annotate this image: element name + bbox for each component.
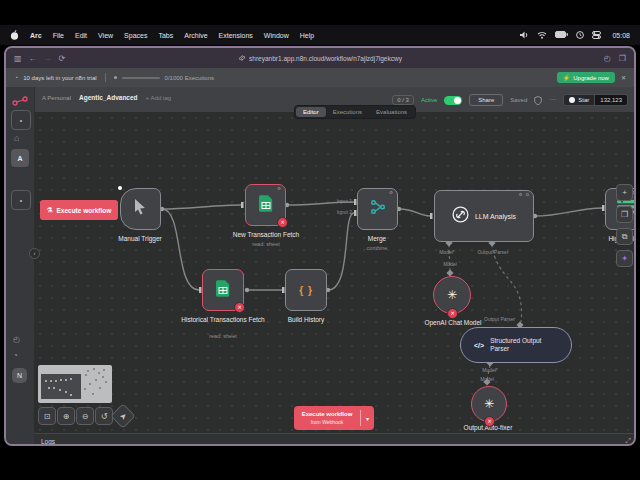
volume-icon[interactable] [520, 31, 529, 40]
apple-menu-icon[interactable] [10, 29, 19, 41]
edge-trigger-to-newfetch[interactable] [162, 205, 241, 209]
edge-trigger-to-historical[interactable] [162, 209, 199, 290]
ai-assistant-button[interactable]: ✦ [616, 250, 633, 267]
node-label: New Transaction Fetch [210, 231, 322, 239]
star-count: 132,123 [594, 95, 627, 105]
breadcrumb-project[interactable]: A Personal [42, 95, 71, 101]
outputparser-label: Output Parser [484, 316, 540, 322]
node-structured-output-parser[interactable]: </> Structured Output Parser [460, 327, 572, 363]
github-star-widget[interactable]: Star 132,123 [563, 94, 628, 106]
canvas-minimap[interactable] [38, 365, 112, 403]
node-action-icons[interactable]: ⚙ ⧉ [519, 192, 531, 197]
zoom-in-button[interactable]: ⊕ [57, 407, 75, 425]
menu-help[interactable]: Help [300, 32, 314, 39]
workflow-canvas[interactable]: ⚗ Execute workflow Manual Trigger ⚙ ✕ Ne… [34, 112, 636, 433]
error-badge[interactable]: ✕ [277, 217, 288, 228]
node-label: Structured Output Parser [490, 337, 552, 354]
menu-window[interactable]: Window [264, 32, 289, 39]
menu-archive[interactable]: Archive [184, 32, 207, 39]
home-icon[interactable]: ⌂ [14, 133, 19, 143]
add-tag-button[interactable]: + Add tag [146, 95, 172, 101]
address-bar[interactable]: shreyanbr1.app.n8n.cloud/workflow/n7ajlz… [238, 54, 402, 62]
output-dot[interactable] [245, 288, 249, 292]
node-merge[interactable]: ⚙ [357, 188, 398, 230]
sidebar-toggle-icon[interactable]: ▥ [14, 54, 22, 63]
menu-edit[interactable]: Edit [75, 32, 87, 39]
wifi-icon[interactable] [537, 31, 547, 40]
trial-clock-icon: ◔ [14, 74, 18, 81]
upgrade-now-button[interactable]: ⚡Upgrade now [557, 72, 615, 83]
trial-banner: ◔ 10 days left in your n8n trial 0/1000 … [6, 68, 634, 87]
share-button[interactable]: Share [469, 94, 503, 106]
add-project-button[interactable]: • [11, 190, 31, 210]
nav-project-personal[interactable]: A [11, 149, 29, 167]
node-settings-icon[interactable]: ⚙ [389, 190, 394, 195]
node-label: LLM Analysis [475, 213, 516, 220]
add-subworkflow-button[interactable]: ⧉ [616, 228, 633, 245]
fit-view-button[interactable]: ⊡ [38, 407, 56, 425]
node-build-history[interactable]: { } [285, 269, 327, 311]
tab-editor[interactable]: Editor [296, 107, 326, 117]
control-center-icon[interactable] [592, 31, 601, 40]
node-llm-analysis[interactable]: ⚙ ⧉ LLM Analysis [434, 190, 534, 242]
reset-zoom-button[interactable]: ↺ [95, 407, 113, 425]
dismiss-banner-icon[interactable]: ✕ [621, 74, 626, 81]
edge-buildhistory-to-merge[interactable] [328, 213, 354, 290]
node-subtitle: combine [327, 245, 427, 251]
error-badge[interactable]: ✕ [234, 302, 245, 313]
model-required-label: Model* [427, 249, 467, 255]
error-badge[interactable]: ✕ [447, 308, 458, 319]
node-settings-icon[interactable]: ⚙ [277, 186, 282, 191]
menu-app-name[interactable]: Arc [30, 32, 42, 39]
menu-file[interactable]: File [53, 32, 64, 39]
sidebar-collapse-handle[interactable]: ‹ [29, 248, 40, 259]
browser-action-icon-2[interactable]: ❐ [619, 54, 626, 63]
model-label: Model [464, 376, 510, 382]
openai-logo-icon: ✳ [447, 289, 457, 301]
add-node-button[interactable]: + [616, 184, 633, 201]
user-avatar[interactable]: N [12, 368, 27, 383]
tab-executions[interactable]: Executions [326, 107, 369, 117]
menu-view[interactable]: View [98, 32, 113, 39]
forward-icon[interactable]: → [44, 54, 52, 63]
n8n-logo[interactable] [12, 92, 28, 110]
github-icon [569, 97, 575, 103]
input-port[interactable] [241, 202, 244, 208]
more-options-icon[interactable]: ⋯ [549, 96, 556, 104]
outputparser-label: Output Parser [469, 249, 517, 255]
expand-logs-icon[interactable]: ⤢ [625, 437, 631, 445]
clock-icon[interactable] [576, 31, 584, 40]
screen: Arc File Edit View Spaces Tabs Archive E… [0, 0, 640, 480]
edge-llm-to-highrisk[interactable] [535, 208, 602, 216]
execute-workflow-button[interactable]: ⚗ Execute workflow [40, 200, 118, 220]
add-sticky-note-button[interactable]: ❐ [616, 206, 633, 223]
input-port[interactable] [430, 213, 433, 219]
reload-icon[interactable]: ⟳ [59, 54, 66, 63]
browser-action-icon-1[interactable]: ◴ [604, 54, 611, 63]
insights-counter[interactable]: 0 / 3 [392, 95, 414, 105]
tab-evaluations[interactable]: Evaluations [369, 107, 414, 117]
menu-bar-clock[interactable]: 05:08 [612, 32, 630, 39]
menu-tabs[interactable]: Tabs [158, 32, 173, 39]
error-badge[interactable]: ✕ [484, 416, 495, 427]
execute-workflow-webhook-button[interactable]: Execute workflow from Webhook ▾ [294, 406, 374, 430]
saved-status: Saved [510, 97, 527, 103]
minimap-viewport[interactable] [41, 374, 81, 399]
nav-overview-button[interactable]: • [11, 110, 31, 130]
menu-spaces[interactable]: Spaces [124, 32, 147, 39]
edge-llm-outputparser[interactable] [492, 244, 522, 322]
zoom-out-button[interactable]: ⊖ [76, 407, 94, 425]
back-icon[interactable]: ← [29, 54, 37, 63]
node-manual-trigger[interactable] [120, 188, 161, 230]
active-toggle[interactable] [444, 96, 462, 105]
chevron-down-icon[interactable]: ▾ [361, 415, 374, 422]
help-icon[interactable]: ◔ [13, 351, 18, 360]
mouse-cursor-dot [118, 186, 122, 190]
menu-extensions[interactable]: Extensions [219, 32, 253, 39]
workflow-name[interactable]: Agentic_Advanced [79, 94, 138, 101]
battery-icon[interactable] [555, 31, 568, 39]
edge-merge-to-llm[interactable] [399, 209, 430, 216]
cloud-admin-icon[interactable]: ◴ [13, 335, 20, 344]
node-label: Merge [327, 235, 427, 243]
logs-panel-bar[interactable]: Logs ⤢ [34, 433, 636, 446]
